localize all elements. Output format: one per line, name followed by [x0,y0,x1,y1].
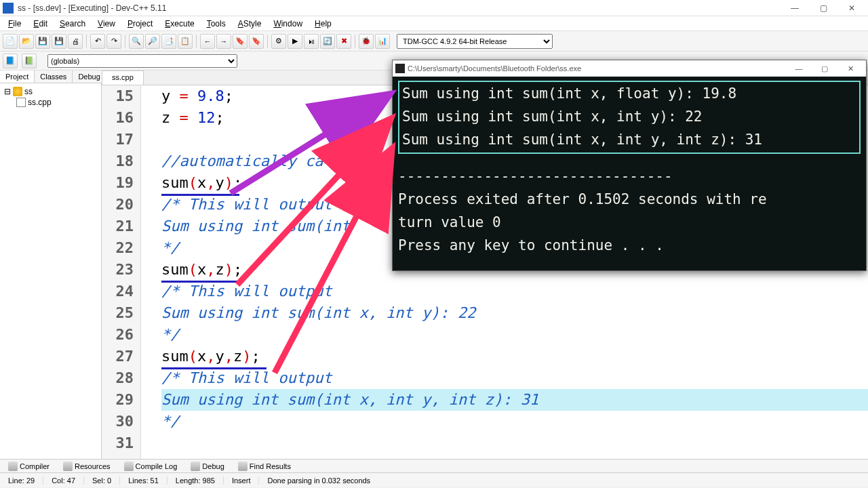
console-maximize-button[interactable]: ▢ [812,64,837,73]
status-sel: Sel: 0 [84,476,120,485]
findfiles-icon[interactable]: 📑 [161,34,176,49]
console-title: C:\Users\smarty\Documents\Bluetooth Fold… [408,64,786,73]
sidebar-tabs: ProjectClassesDebug [0,70,101,83]
console-window: C:\Users\smarty\Documents\Bluetooth Fold… [392,60,867,271]
code-line-26[interactable]: */ [161,324,868,346]
menubar: FileEditSearchViewProjectExecuteToolsASt… [0,16,868,31]
project-name[interactable]: ss [24,87,33,96]
back-icon[interactable]: ← [200,34,215,49]
menu-search[interactable]: Search [54,18,91,30]
replace-icon[interactable]: 🔎 [145,34,160,49]
status-length: Length: 985 [167,476,224,485]
code-line-27[interactable]: sum(x,y,z); [161,346,868,367]
console-icon [395,64,405,73]
menu-view[interactable]: View [92,18,121,30]
maximize-button[interactable]: ▢ [810,1,837,15]
console-close-button[interactable]: ✕ [837,64,863,73]
window-title: ss - [ss.dev] - [Executing] - Dev-C++ 5.… [18,3,781,13]
menu-project[interactable]: Project [122,18,158,30]
print-icon[interactable]: 🖨 [68,34,83,49]
menu-help[interactable]: Help [309,18,337,30]
file-tab[interactable]: ss.cpp [102,70,144,85]
undo-icon[interactable]: ↶ [90,34,105,49]
console-line-1: Sum using int sum(int x, int y): 22 [402,105,856,128]
console-line-2: Sum using int sum(int x, int y, int z): … [402,128,856,151]
bottomtab-debug[interactable]: Debug [185,460,229,472]
compiler-select[interactable]: TDM-GCC 4.9.2 64-bit Release [397,34,553,49]
code-line-24[interactable]: /* This will output [161,281,868,302]
menu-window[interactable]: Window [268,18,308,30]
rebuild-icon[interactable]: 🔄 [320,34,335,49]
code-line-28[interactable]: /* This will output [161,367,868,389]
bottomtab-resources[interactable]: Resources [58,460,116,472]
console-press: Press any key to continue . . . [398,234,861,257]
save-icon[interactable]: 💾 [35,34,50,49]
project-file[interactable]: ss.cpp [28,98,52,107]
log-icon [124,462,134,471]
debug-icon[interactable]: 🐞 [359,34,374,49]
bookmark-icon[interactable]: 🔖 [233,34,248,49]
bookmark-next-icon[interactable]: 🔖 [249,34,264,49]
status-lines: Lines: 51 [120,476,167,485]
status-mode: Insert [224,476,260,485]
bottom-tabs: CompilerResourcesCompile LogDebugFind Re… [0,459,868,472]
statusbar: Line: 29 Col: 47 Sel: 0 Lines: 51 Length… [0,472,868,487]
console-output: Sum using int sum(int x, float y): 19.8S… [393,77,866,270]
minimize-button[interactable]: — [781,1,808,15]
forward-icon[interactable]: → [216,34,231,49]
status-line: Line: 29 [0,476,43,485]
titlebar: ss - [ss.dev] - [Executing] - Dev-C++ 5.… [0,0,868,16]
underline-annotation [161,281,239,283]
open-icon[interactable]: 📂 [19,34,34,49]
save-all-icon[interactable]: 💾 [52,34,66,49]
sidetab-project[interactable]: Project [0,70,35,83]
status-msg: Done parsing in 0.032 seconds [259,476,868,485]
menu-file[interactable]: File [3,18,26,30]
find-icon [238,462,248,471]
underline-annotation [161,194,239,196]
main-toolbar: 📄 📂 💾 💾 🖨 ↶ ↷ 🔍 🔎 📑 📋 ← → 🔖 🔖 ⚙ ▶ ⏯ 🔄 ✖ … [0,31,868,52]
code-line-30[interactable]: */ [161,411,868,432]
menu-astyle[interactable]: AStyle [233,18,267,30]
line-gutter: 1516171819202122232425262728293031 [102,85,141,459]
close-button[interactable]: ✕ [838,1,865,15]
res-icon [63,462,73,471]
code-line-29[interactable]: Sum using int sum(int x, int y, int z): … [161,389,868,411]
status-col: Col: 47 [43,476,84,485]
sidetab-classes[interactable]: Classes [35,70,73,83]
menu-edit[interactable]: Edit [28,18,53,30]
console-line-0: Sum using int sum(int x, float y): 19.8 [402,82,856,105]
console-exit2: turn value 0 [398,211,861,234]
compile-icon[interactable]: ⚙ [271,34,286,49]
redo-icon[interactable]: ↷ [106,34,121,49]
sidebar: ProjectClassesDebug ⊟ ss ss.cpp [0,70,102,459]
app-icon [3,3,14,14]
goto-icon[interactable]: 📋 [178,34,193,49]
insert-icon[interactable]: 📗 [22,54,37,68]
code-line-25[interactable]: Sum using int sum(int x, int y): 22 [161,302,868,324]
menu-tools[interactable]: Tools [201,18,231,30]
run-icon[interactable]: ▶ [288,34,302,49]
globals-select[interactable]: (globals) [47,54,237,68]
bottomtab-find-results[interactable]: Find Results [233,460,296,472]
console-exit1: Process exited after 0.1502 seconds with… [398,188,861,211]
console-minimize-button[interactable]: — [786,64,812,73]
compile-icon [8,462,18,471]
compile-run-icon[interactable]: ⏯ [304,34,319,49]
bottomtab-compile-log[interactable]: Compile Log [119,460,183,472]
bottomtab-compiler[interactable]: Compiler [3,460,55,472]
code-line-31[interactable] [161,432,868,454]
debug-icon [191,462,200,471]
project-tree[interactable]: ⊟ ss ss.cpp [0,83,101,110]
new-class-icon[interactable]: 📘 [3,54,18,68]
project-icon [13,87,22,96]
new-file-icon[interactable]: 📄 [3,34,18,49]
console-sep: -------------------------------- [398,165,861,188]
console-titlebar[interactable]: C:\Users\smarty\Documents\Bluetooth Fold… [393,60,866,77]
profile-icon[interactable]: 📊 [375,34,390,49]
file-icon [16,98,26,107]
menu-execute[interactable]: Execute [159,18,199,30]
stop-icon[interactable]: ✖ [336,34,351,49]
find-icon[interactable]: 🔍 [129,34,144,49]
underline-annotation [161,367,267,369]
